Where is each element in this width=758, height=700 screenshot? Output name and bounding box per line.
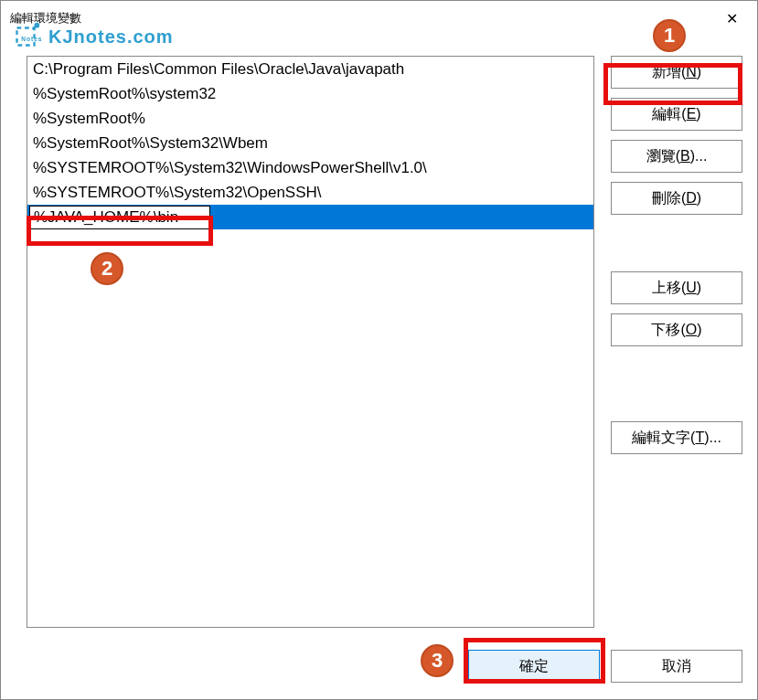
annotation-badge-2: 2	[91, 252, 123, 285]
dialog-content: C:\Program Files\Common Files\Oracle\Jav…	[1, 36, 757, 642]
svg-text:Notes: Notes	[21, 36, 42, 42]
path-listbox[interactable]: C:\Program Files\Common Files\Oracle\Jav…	[27, 56, 594, 628]
new-button[interactable]: 新增(N)	[611, 56, 742, 89]
delete-button[interactable]: 刪除(D)	[611, 182, 742, 215]
watermark-logo-icon: Notes	[8, 19, 43, 54]
move-up-button[interactable]: 上移(U)	[611, 271, 742, 304]
browse-button[interactable]: 瀏覽(B)...	[611, 140, 742, 173]
path-row[interactable]: C:\Program Files\Common Files\Oracle\Jav…	[27, 57, 593, 81]
path-edit-input[interactable]	[29, 206, 210, 229]
path-row[interactable]: %SYSTEMROOT%\System32\WindowsPowerShell\…	[27, 155, 593, 180]
close-button[interactable]: ✕	[711, 4, 752, 33]
annotation-badge-3: 3	[421, 644, 454, 677]
watermark: Notes KJnotes.com	[8, 19, 174, 54]
path-row[interactable]: %SystemRoot%\System32\Wbem	[27, 131, 593, 155]
close-icon: ✕	[726, 10, 738, 27]
path-row[interactable]: %SystemRoot%\system32	[27, 81, 593, 106]
side-button-column: 新增(N) 編輯(E) 瀏覽(B)... 刪除(D) 上移(U) 下移(O) 編…	[611, 56, 742, 628]
dialog-footer: 確定 取消	[468, 650, 742, 683]
edit-text-button[interactable]: 編輯文字(T)...	[611, 421, 742, 454]
watermark-text: KJnotes.com	[48, 27, 174, 48]
ok-button[interactable]: 確定	[468, 650, 600, 683]
move-down-button[interactable]: 下移(O)	[611, 313, 742, 346]
edit-button[interactable]: 編輯(E)	[611, 98, 742, 131]
annotation-badge-1: 1	[653, 19, 686, 52]
path-row[interactable]: %SYSTEMROOT%\System32\OpenSSH\	[27, 180, 593, 205]
cancel-button[interactable]: 取消	[611, 650, 742, 683]
path-row[interactable]: %SystemRoot%	[27, 106, 593, 131]
